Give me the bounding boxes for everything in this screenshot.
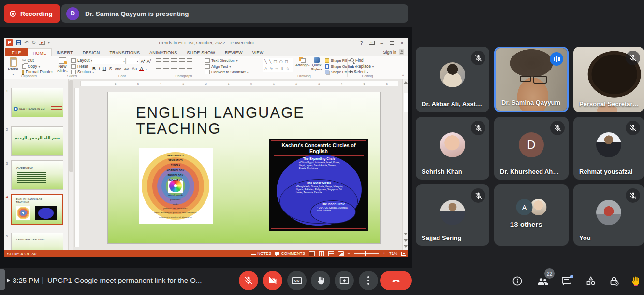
participant-tile-rehmat[interactable]: Rehmat yousafzai (573, 117, 644, 180)
meeting-details-button[interactable] (511, 274, 524, 288)
slide-thumbnail-2[interactable]: بسم الله الرحمن الرحيم (11, 126, 63, 156)
end-call-button[interactable] (380, 271, 412, 290)
slide-thumbnail-3[interactable]: OVERVIEW (11, 160, 63, 190)
line-spacing-icon[interactable] (187, 58, 192, 63)
captions-button[interactable]: CC (287, 271, 307, 290)
ppt-tab-slide-show[interactable]: SLIDE SHOW (182, 48, 220, 56)
slide-thumbnail-5[interactable]: LANGUAGE TEACHING (11, 233, 63, 250)
participant-tile-others[interactable]: A13 others (494, 184, 569, 246)
mic-toggle-button[interactable] (239, 271, 258, 290)
numbering-icon[interactable] (163, 58, 169, 63)
font-color-button[interactable]: A (139, 66, 144, 71)
ppt-tab-design[interactable]: DESIGN (78, 48, 105, 56)
ppt-tab-insert[interactable]: INSERT (52, 48, 78, 56)
participant-name: You (579, 234, 591, 241)
expand-caret-icon[interactable] (7, 278, 10, 283)
close-button[interactable]: × (397, 39, 407, 47)
text-direction-button[interactable]: Text Direction▾ (205, 58, 249, 63)
thumbnail-scrollbar[interactable] (69, 79, 73, 250)
ribbon-group-drawing: ╲ ╲ □ ○ ◻△ ∿ ⇒ ⇓ ☆ Arrange▾ Quick Styles… (262, 56, 347, 79)
participant-tile-samina[interactable]: Dr. Samina Qayyum (494, 47, 569, 112)
ribbon-tabs: FILEHOMEINSERTDESIGNTRANSITIONSANIMATION… (5, 48, 269, 56)
zoom-slider[interactable] (354, 253, 379, 254)
ppt-tab-animations[interactable]: ANIMATIONS (145, 48, 182, 56)
camera-toggle-button[interactable] (263, 271, 282, 290)
bold-button[interactable]: B (92, 66, 96, 71)
slide-title[interactable]: ENGLISH LANGUAGE TEACHING (136, 105, 324, 137)
participant-tile-sajjad[interactable]: Sajjad Sering (416, 184, 489, 246)
align-center-icon[interactable] (163, 67, 169, 71)
slide-thumbnail-4[interactable]: ENGLISH LANGUAGE TEACHING (11, 194, 63, 225)
thumbnail-title: NEW TRENDS IN ELT (19, 107, 45, 110)
kachru-title: Kachru's Concentric Circles of English (274, 142, 364, 156)
participants-button[interactable]: 22 (536, 274, 549, 288)
find-button[interactable]: Find (350, 58, 374, 63)
participant-tile-secretar[interactable]: Personal Secretar… (573, 47, 644, 112)
host-controls-button[interactable] (607, 274, 621, 288)
decrease-indent-icon[interactable] (171, 58, 177, 63)
minimize-button[interactable]: – (377, 39, 387, 47)
edge-handle[interactable] (0, 269, 5, 290)
slide-thumbnail-1[interactable]: NEW TRENDS IN ELT (11, 88, 63, 117)
ppt-tab-home[interactable]: HOME (28, 48, 52, 56)
grow-font-button[interactable]: A▴ (140, 58, 146, 64)
ribbon-options-button[interactable]: ^ (366, 39, 377, 47)
ppt-tab-review[interactable]: REVIEW (220, 48, 248, 56)
raise-hand-button[interactable] (311, 271, 330, 290)
chat-button[interactable] (560, 274, 573, 288)
slide-sorter-view-button[interactable] (319, 251, 324, 256)
participant-tile-akbar[interactable]: Dr. Akbar Ali, Asst… (416, 47, 489, 112)
normal-view-button[interactable] (309, 251, 315, 256)
new-slide-button[interactable]: New Slide▾ (55, 57, 70, 74)
arrange-button[interactable]: Arrange▾ (295, 57, 309, 68)
ribbon-group-clipboard: Paste▾ ✂Cut Copy▾ Format Painter Clipboa… (5, 56, 53, 79)
linguistics-rings-image[interactable]: PRAGMATICSSEMANTICSSYNTAXMORPHOLOGYPHONO… (139, 148, 213, 224)
strikethrough-button[interactable]: S (108, 66, 112, 71)
slide-canvas[interactable]: ENGLISH LANGUAGE TEACHING PRAGMATICSSEMA… (107, 92, 381, 244)
font-size-box[interactable] (127, 58, 139, 64)
activities-button[interactable] (584, 274, 598, 288)
comments-button[interactable]: COMMENTS (275, 251, 305, 256)
more-options-button[interactable] (359, 271, 378, 290)
shadow-button[interactable]: abc (115, 67, 122, 71)
ppt-tab-view[interactable]: VIEW (248, 48, 269, 56)
cut-button[interactable]: ✂Cut (22, 58, 53, 63)
zoom-in-button[interactable]: + (383, 251, 385, 256)
quick-styles-button[interactable]: Quick Styles▾ (309, 57, 324, 71)
columns-icon[interactable] (187, 67, 192, 71)
align-right-icon[interactable] (171, 67, 177, 71)
font-name-box[interactable] (92, 58, 126, 64)
replace-button[interactable]: abReplace▾ (350, 64, 374, 69)
shapes-gallery[interactable]: ╲ ╲ □ ○ ◻△ ∿ ⇒ ⇓ ☆ (263, 58, 293, 72)
slideshow-view-button[interactable] (338, 251, 344, 256)
present-button[interactable] (335, 271, 354, 290)
participant-tile-khursheed[interactable]: DDr. Khursheed Ah… (494, 117, 569, 180)
ppt-tab-file[interactable]: FILE (5, 48, 28, 56)
kachru-circles-image[interactable]: Kachru's Concentric Circles of English T… (269, 139, 368, 231)
help-button[interactable]: ? (356, 39, 366, 47)
slide-editor[interactable]: 6543210123456 ENGLISH LANGUAGE TEACHING … (73, 79, 402, 250)
increase-indent-icon[interactable] (179, 58, 185, 63)
editor-scrollbar[interactable] (402, 79, 408, 250)
sign-in[interactable]: Sign in (383, 49, 404, 55)
zoom-out-button[interactable]: − (348, 251, 350, 256)
justify-icon[interactable] (179, 67, 185, 71)
ppt-tab-transitions[interactable]: TRANSITIONS (104, 48, 145, 56)
italic-button[interactable]: I (98, 66, 101, 71)
align-left-icon[interactable] (156, 67, 161, 71)
align-text-button[interactable]: Align Text▾ (205, 64, 249, 69)
reading-view-button[interactable] (328, 251, 334, 256)
underline-button[interactable]: U (102, 66, 107, 71)
change-case-button[interactable]: Aa (132, 66, 137, 71)
copy-button[interactable]: Copy▾ (22, 64, 53, 69)
raised-hand-emoji[interactable] (629, 274, 642, 288)
restore-button[interactable] (387, 39, 397, 47)
shrink-font-button[interactable]: A▾ (146, 58, 152, 64)
bullets-icon[interactable] (156, 58, 161, 63)
participant-tile-sehrish[interactable]: Sehrish Khan (416, 117, 489, 180)
character-spacing-button[interactable]: AV (124, 67, 130, 71)
fit-to-window-button[interactable] (401, 252, 406, 256)
participant-tile-you[interactable]: You (573, 184, 644, 246)
notes-button[interactable]: NOTES (251, 251, 271, 256)
collapse-ribbon-icon[interactable]: ˄ (402, 73, 404, 78)
